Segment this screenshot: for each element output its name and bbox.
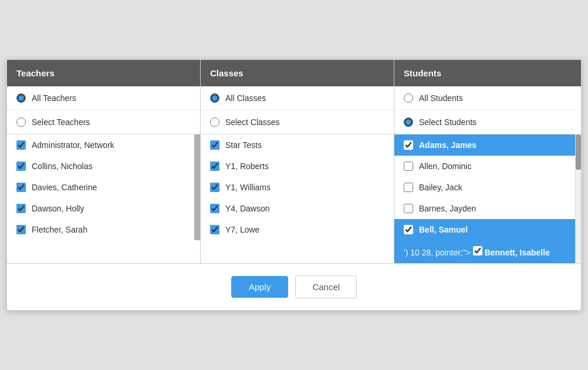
list-item[interactable]: Star Tests <box>201 134 394 156</box>
list-item[interactable]: Collins, Nicholas <box>7 156 194 177</box>
select-students-radio[interactable] <box>404 117 413 127</box>
all-classes-radio-row[interactable]: All Classes <box>201 86 394 110</box>
apply-button[interactable]: Apply <box>231 276 289 298</box>
teachers-column: Teachers All Teachers Select Teachers Ad… <box>7 60 201 263</box>
classes-header-label: Classes <box>210 68 244 78</box>
list-item[interactable]: Fletcher, Sarah <box>7 219 194 240</box>
teacher-checkbox[interactable] <box>16 162 26 171</box>
all-teachers-radio[interactable] <box>16 93 26 103</box>
select-classes-radio-row[interactable]: Select Classes <box>201 110 394 134</box>
class-name: Y1, Roberts <box>225 162 269 171</box>
all-teachers-label: All Teachers <box>32 93 76 103</box>
list-item[interactable]: Davies, Catherine <box>7 177 194 198</box>
list-item[interactable]: Y1, Roberts <box>201 156 394 177</box>
select-students-label: Select Students <box>419 117 477 127</box>
students-list: Adams, James Allen, Dominic Bailey, Jack… <box>394 134 575 263</box>
teacher-name: Dawson, Holly <box>32 204 84 213</box>
all-students-radio[interactable] <box>404 93 413 103</box>
list-item[interactable]: Y7, Lowe <box>201 219 394 240</box>
student-name: Barnes, Jayden <box>419 204 476 213</box>
classes-header: Classes <box>201 60 394 86</box>
select-teachers-label: Select Teachers <box>32 117 90 127</box>
teachers-header-label: Teachers <box>16 68 55 78</box>
teachers-header: Teachers <box>7 60 200 86</box>
student-checkbox[interactable] <box>404 162 413 171</box>
table-area: Teachers All Teachers Select Teachers Ad… <box>7 60 581 264</box>
class-checkbox[interactable] <box>210 140 219 150</box>
list-item[interactable]: ') 10 28, pointer;"> Bennett, Isabelle <box>394 240 575 263</box>
student-name: Allen, Dominic <box>419 162 471 171</box>
students-list-container: Adams, James Allen, Dominic Bailey, Jack… <box>394 134 581 263</box>
student-checkbox[interactable] <box>404 183 413 192</box>
teachers-list-container: Administrator, Network Collins, Nicholas… <box>7 134 200 240</box>
list-item[interactable]: Y4, Dawson <box>201 198 394 219</box>
teacher-name: Davies, Catherine <box>32 183 97 192</box>
student-name: Bennett, Isabelle <box>485 248 550 257</box>
student-checkbox[interactable] <box>473 246 482 255</box>
list-item[interactable]: Dawson, Holly <box>7 198 194 219</box>
classes-list: Star Tests Y1, Roberts Y1, Williams Y4, … <box>201 134 394 240</box>
teacher-name: Collins, Nicholas <box>32 162 92 171</box>
classes-radio-section: All Classes Select Classes <box>201 86 394 134</box>
select-students-radio-row[interactable]: Select Students <box>394 110 581 134</box>
list-item[interactable]: Y1, Williams <box>201 177 394 198</box>
dialog: Teachers All Teachers Select Teachers Ad… <box>6 59 582 311</box>
student-name: Bailey, Jack <box>419 183 462 192</box>
student-checkbox[interactable] <box>404 225 413 234</box>
list-item[interactable]: Adams, James <box>394 134 575 156</box>
student-name: Adams, James <box>419 140 477 150</box>
list-item[interactable]: Administrator, Network <box>7 134 194 156</box>
all-classes-label: All Classes <box>225 93 266 103</box>
teacher-checkbox[interactable] <box>16 225 26 234</box>
class-name: Y4, Dawson <box>225 204 269 213</box>
all-classes-radio[interactable] <box>210 93 219 103</box>
teacher-name: Fletcher, Sarah <box>32 225 87 234</box>
teacher-checkbox[interactable] <box>16 183 26 192</box>
list-item[interactable]: Bailey, Jack <box>394 177 575 198</box>
class-checkbox[interactable] <box>210 225 219 234</box>
students-header-label: Students <box>404 68 441 78</box>
all-students-radio-row[interactable]: All Students <box>394 86 581 110</box>
student-checkbox[interactable] <box>404 204 413 213</box>
all-students-label: All Students <box>419 93 463 103</box>
classes-column: Classes All Classes Select Classes Star … <box>201 60 394 263</box>
teachers-radio-section: All Teachers Select Teachers <box>7 86 200 134</box>
all-teachers-radio-row[interactable]: All Teachers <box>7 86 200 110</box>
teacher-checkbox[interactable] <box>16 140 26 150</box>
class-name: Y7, Lowe <box>225 225 259 234</box>
select-classes-label: Select Classes <box>225 117 280 127</box>
student-name: Bell, Samuel <box>419 225 468 234</box>
list-item[interactable]: Barnes, Jayden <box>394 198 575 219</box>
class-checkbox[interactable] <box>210 183 219 192</box>
students-scrollbar-thumb[interactable] <box>576 134 581 170</box>
list-item[interactable]: Allen, Dominic <box>394 156 575 177</box>
class-name: Star Tests <box>225 140 262 150</box>
class-name: Y1, Williams <box>225 183 271 192</box>
student-checkbox[interactable] <box>404 140 413 150</box>
students-radio-section: All Students Select Students <box>394 86 581 134</box>
teachers-divider-bar <box>194 134 200 240</box>
teacher-checkbox[interactable] <box>16 204 26 213</box>
cancel-button[interactable]: Cancel <box>295 275 357 298</box>
students-column: Students All Students Select Students Ad… <box>394 60 581 263</box>
list-item[interactable]: Bell, Samuel <box>394 219 575 240</box>
teachers-list: Administrator, Network Collins, Nicholas… <box>7 134 194 240</box>
class-checkbox[interactable] <box>210 162 219 171</box>
select-teachers-radio[interactable] <box>16 117 26 127</box>
teacher-name: Administrator, Network <box>32 140 114 150</box>
students-header: Students <box>394 60 581 86</box>
select-teachers-radio-row[interactable]: Select Teachers <box>7 110 200 134</box>
class-checkbox[interactable] <box>210 204 219 213</box>
dialog-footer: Apply Cancel <box>7 264 581 310</box>
select-classes-radio[interactable] <box>210 117 219 127</box>
students-scrollbar[interactable] <box>575 134 581 263</box>
